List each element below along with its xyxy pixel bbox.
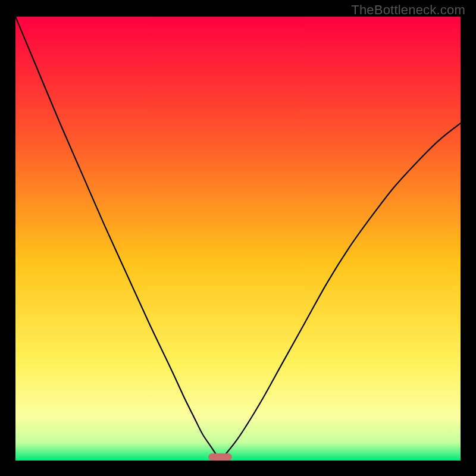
chart-plot-area — [15, 17, 461, 461]
chart-background-gradient — [15, 17, 461, 461]
watermark-text: TheBottleneck.com — [351, 2, 465, 18]
chart-container: TheBottleneck.com — [0, 0, 476, 476]
optimal-marker — [208, 453, 232, 461]
chart-svg — [15, 17, 461, 461]
